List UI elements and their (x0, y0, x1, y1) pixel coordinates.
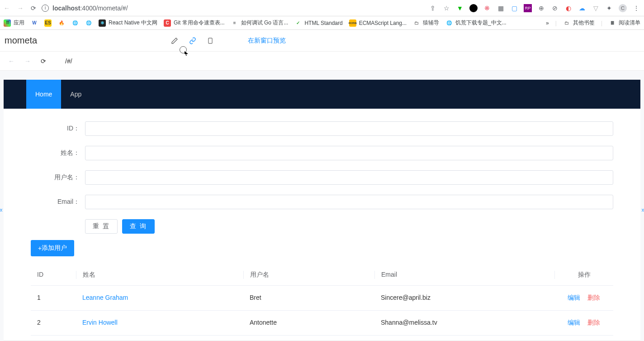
preview-link[interactable]: 在新窗口预览 (248, 37, 286, 45)
bookmark-item[interactable]: CGit 常用命令速查表... (164, 19, 225, 27)
cell-user: Antonette (243, 319, 374, 327)
bookmark-label: Git 常用命令速查表... (174, 19, 225, 27)
bookmark-icon: C (164, 19, 171, 27)
delete-link[interactable]: 删除 (587, 294, 600, 301)
delete-link[interactable]: 删除 (587, 319, 600, 326)
left-handle-icon[interactable]: « (0, 206, 3, 213)
user-input[interactable] (85, 170, 613, 185)
reading-label: 阅读清单 (619, 19, 640, 27)
apps-button[interactable]: ⠿ 应用 (4, 19, 24, 27)
inner-nav: ← → ⟳ /#/ (0, 52, 644, 71)
reading-list[interactable]: ≣阅读清单 (609, 19, 640, 27)
add-user-button[interactable]: +添加用户 (31, 240, 74, 256)
share-icon[interactable]: ⇪ (429, 4, 437, 12)
url-host: localhost:4000/mometa/#/ (52, 5, 128, 12)
reload-icon[interactable]: ⟳ (31, 5, 36, 12)
bookmark-item[interactable]: ✓HTML Standard (294, 19, 342, 27)
th-email: Email (374, 271, 554, 279)
ext-icon-block[interactable]: ⊘ (551, 4, 559, 12)
cell-name[interactable]: Leanne Graham (76, 294, 243, 302)
inner-url[interactable]: /#/ (65, 58, 72, 65)
app-title: mometa (5, 35, 37, 46)
name-input[interactable] (85, 146, 613, 160)
cell-id: 2 (31, 319, 76, 327)
ext-icon-1[interactable] (469, 4, 478, 12)
right-handle-icon[interactable]: » (641, 206, 644, 213)
bookmark-icon: ecma (349, 19, 356, 27)
bookmark-item[interactable]: 🌐 (71, 19, 79, 27)
name-label: 姓名： (31, 149, 85, 157)
ext-icon-video[interactable]: ▢ (510, 4, 518, 12)
cell-op: 编辑删除 (554, 319, 613, 327)
folder-icon: 🗀 (563, 19, 570, 27)
profile-icon[interactable]: C (619, 4, 627, 12)
forward-icon[interactable]: → (17, 5, 24, 12)
bookmark-icon: ES (44, 19, 52, 27)
edit-icon[interactable] (171, 37, 178, 44)
bookmark-label: HTML Standard (304, 20, 342, 26)
bookmark-item[interactable]: ecmaECMAScript Lang... (349, 19, 407, 27)
bookmark-item[interactable]: W (31, 19, 38, 27)
shield-icon[interactable]: ▼ (456, 4, 464, 12)
bookmark-item[interactable]: ≡如何调试 Go 语言... (231, 19, 289, 27)
edit-link[interactable]: 编辑 (568, 294, 580, 301)
bookmark-label: React Native 中文网 (109, 19, 157, 27)
bookmark-item[interactable]: 🔥 (58, 19, 65, 27)
cell-email: Sincere@april.biz (374, 294, 554, 302)
user-table: ID 姓名 用户名 Email 操作 1 Leanne Graham Bret … (31, 264, 613, 336)
reading-icon: ≣ (609, 19, 616, 27)
globe-icon: 🌐 (85, 19, 92, 27)
th-name: 姓名 (76, 271, 243, 279)
mobile-icon[interactable] (207, 37, 213, 45)
ext-icon-drop[interactable]: ◐ (564, 4, 573, 12)
bookmark-item[interactable]: 🗀猿辅导 (413, 19, 439, 27)
bookmark-icon: ✓ (294, 19, 302, 27)
bookmark-item[interactable]: 🌐 (85, 19, 92, 27)
id-label: ID： (31, 125, 85, 133)
bookmark-item[interactable]: 🌐饥荒下载专题_中文... (445, 19, 507, 27)
cell-id: 1 (31, 294, 76, 302)
other-bookmarks[interactable]: 🗀其他书签 (563, 19, 595, 27)
nav-app[interactable]: App (61, 80, 90, 109)
star-icon[interactable]: ☆ (442, 4, 450, 12)
cell-user: Bret (243, 294, 374, 302)
bookmark-item[interactable]: ⚛React Native 中文网 (99, 19, 157, 27)
cell-email: Shanna@melissa.tv (374, 319, 554, 327)
user-label: 用户名： (31, 173, 85, 182)
link-icon[interactable] (189, 37, 196, 44)
table-row: 2 Ervin Howell Antonette Shanna@melissa.… (31, 311, 613, 336)
ext-icon-qr[interactable]: ▦ (497, 4, 505, 12)
cell-op: 编辑删除 (554, 294, 613, 302)
site-info-icon[interactable]: i (42, 5, 49, 12)
email-input[interactable] (85, 195, 613, 209)
reset-button[interactable]: 重 置 (85, 219, 118, 234)
query-button[interactable]: 查 询 (122, 219, 155, 234)
svg-rect-0 (208, 38, 212, 43)
bookmark-icon: W (31, 19, 38, 27)
th-op: 操作 (554, 271, 613, 279)
ext-icon-2[interactable]: ❋ (483, 4, 491, 12)
inner-forward-icon[interactable]: → (24, 58, 31, 65)
nav-home[interactable]: Home (26, 80, 61, 109)
table-row: 1 Leanne Graham Bret Sincere@april.biz 编… (31, 286, 613, 311)
page-nav: Home App (4, 80, 640, 109)
address-bar[interactable]: i localhost:4000/mometa/#/ (42, 5, 423, 12)
ext-icon-funnel[interactable]: ▽ (592, 4, 600, 12)
add-user-label: 添加用户 (42, 244, 67, 252)
bookmarks-more[interactable]: » (546, 20, 549, 26)
cell-name[interactable]: Ervin Howell (76, 319, 243, 327)
edit-link[interactable]: 编辑 (568, 319, 580, 326)
ext-icon-globe[interactable]: ⊕ (537, 4, 545, 12)
menu-icon[interactable]: ⋮ (632, 4, 640, 12)
ext-icon-rp[interactable]: RP (524, 4, 532, 12)
ext-icon-off[interactable]: ☁ (578, 4, 586, 12)
browser-extensions: ⇪ ☆ ▼ ❋ ▦ ▢ RP ⊕ ⊘ ◐ ☁ ▽ ✦ C ⋮ (429, 4, 640, 12)
back-icon[interactable]: ← (4, 5, 10, 12)
form-area: ID： 姓名： 用户名： Email： 重 置 查 询 +添加用户 (4, 109, 640, 340)
extensions-icon[interactable]: ✦ (605, 4, 613, 12)
bookmark-label: 如何调试 Go 语言... (241, 19, 289, 27)
bookmark-item[interactable]: ES (44, 19, 52, 27)
id-input[interactable] (85, 121, 613, 136)
inner-back-icon[interactable]: ← (8, 58, 14, 65)
inner-reload-icon[interactable]: ⟳ (41, 58, 46, 65)
